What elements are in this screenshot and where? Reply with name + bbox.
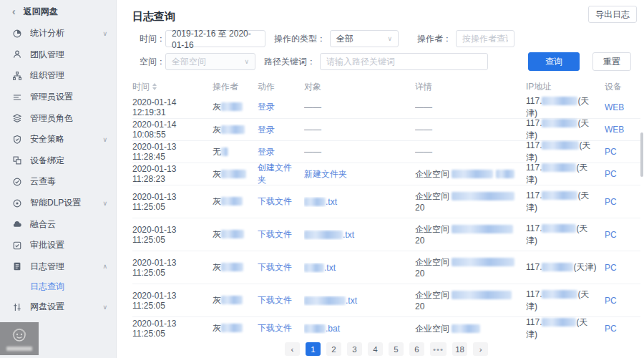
cell-object[interactable]: .txt <box>304 263 415 273</box>
pagination-page-5[interactable]: 5 <box>389 342 404 356</box>
cell-operator: 灰 <box>213 124 258 136</box>
sidebar-item-security-policy[interactable]: 安全策略∨ <box>0 129 116 150</box>
cell-detail: 企业空间 20 <box>415 256 526 279</box>
cell-time: 2020-01-13 11:25:05 <box>132 258 213 278</box>
sidebar-item-netdisk-settings[interactable]: 网盘设置∨ <box>0 296 116 318</box>
table-row: 2020-01-13 11:25:05灰下载文件.txt企业空间 20117.(… <box>132 185 640 218</box>
column-header: 对象 <box>304 81 415 93</box>
pagination-prev-button[interactable]: ‹ <box>285 342 300 356</box>
pagination-ellipsis[interactable]: ••• <box>430 342 447 356</box>
pagination-page-18[interactable]: 18 <box>452 342 467 356</box>
back-to-netdisk[interactable]: ‹ 返回网盘 <box>0 0 116 23</box>
query-button[interactable]: 查询 <box>528 52 580 71</box>
cell-ip: 117.(天津) <box>526 95 605 120</box>
cell-time: 2020-01-13 11:28:45 <box>132 142 213 162</box>
column-header: 操作者 <box>213 81 258 93</box>
sidebar-item-label: 组织管理 <box>30 69 107 82</box>
pagination-page-1[interactable]: 1 <box>306 342 321 356</box>
sidebar-item-admin-roles[interactable]: 管理员角色 <box>0 107 116 129</box>
approval-icon <box>12 241 22 251</box>
cell-action-link[interactable]: 下载文件 <box>258 322 304 334</box>
pagination-page-3[interactable]: 3 <box>347 342 362 356</box>
cell-action-link[interactable]: 下载文件 <box>258 261 304 274</box>
cell-operator: 无 <box>213 146 258 158</box>
chevron-down-icon: ∨ <box>102 200 107 207</box>
target-icon <box>12 198 22 208</box>
cell-object[interactable]: .txt <box>304 197 415 207</box>
pagination-page-2[interactable]: 2 <box>326 342 341 356</box>
operator-input[interactable] <box>462 34 508 44</box>
space-select[interactable]: 全部空间 ∨ <box>165 53 255 70</box>
filter-panel: 时间： 2019-12-16 至 2020-01-16 操作的类型： 全部 ∨ … <box>132 27 637 73</box>
cell-operator: 灰 <box>213 294 258 306</box>
cell-action-link[interactable]: 下载文件 <box>258 228 304 241</box>
cell-object[interactable]: .bat <box>304 324 415 334</box>
sliders-icon <box>12 302 22 312</box>
sidebar-item-approval-settings[interactable]: 审批设置 <box>0 235 116 256</box>
cell-object[interactable]: .txt <box>304 296 415 306</box>
table-row: 2020-01-13 11:25:05灰下载文件.txt企业空间 20117.(… <box>132 251 640 284</box>
cell-ip: 117.(天津) <box>526 162 605 186</box>
export-log-button[interactable]: 导出日志 <box>588 6 637 23</box>
cloud-icon <box>12 219 22 229</box>
redacted-text <box>542 191 577 200</box>
pagination-next-button[interactable]: › <box>473 342 488 356</box>
redacted-text <box>304 198 326 206</box>
sidebar-item-org-management[interactable]: 组织管理 <box>0 65 116 87</box>
path-keyword-input-wrap <box>320 53 488 70</box>
sidebar-item-smart-dlp[interactable]: 智能DLP设置∨ <box>0 193 116 214</box>
sort-icon[interactable] <box>152 83 157 90</box>
redacted-text <box>452 225 513 233</box>
chevron-up-icon: ∧ <box>102 263 107 270</box>
redacted-text <box>221 102 243 111</box>
operation-type-label: 操作的类型： <box>265 33 326 45</box>
sidebar-item-log-management[interactable]: 日志管理∧ <box>0 256 116 278</box>
sidebar-item-admin-settings[interactable]: 管理员设置 <box>0 87 116 108</box>
column-header[interactable]: 时间 <box>132 81 213 93</box>
reset-button[interactable]: 重置 <box>592 52 631 71</box>
back-label: 返回网盘 <box>24 6 58 18</box>
redacted-text <box>304 263 324 272</box>
cell-time: 2020-01-14 12:19:31 <box>132 97 213 117</box>
operation-type-select[interactable]: 全部 ∨ <box>330 30 399 47</box>
cell-operator: 灰 <box>213 228 258 241</box>
cell-action-link[interactable]: 下载文件 <box>258 195 304 208</box>
cell-action-link[interactable]: 创建文件夹 <box>258 162 304 186</box>
path-keyword-input[interactable] <box>326 57 482 67</box>
chevron-down-icon: ∨ <box>387 35 392 42</box>
shield-icon <box>12 135 22 145</box>
sidebar-item-stats-analysis[interactable]: 统计分析∨ <box>0 23 116 44</box>
sidebar-item-device-binding[interactable]: 设备绑定 <box>0 150 116 172</box>
sidebar-subitem-log-query[interactable]: 日志查询 <box>0 277 116 296</box>
cell-detail: 企业空间 20 <box>415 289 526 312</box>
cell-detail: —— <box>415 146 526 158</box>
sidebar-item-label: 统计分析 <box>30 27 102 39</box>
pagination-page-6[interactable]: 6 <box>409 342 424 356</box>
redacted-text <box>452 258 514 266</box>
cell-action-link[interactable]: 登录 <box>258 101 304 113</box>
pagination-page-4[interactable]: 4 <box>368 342 383 356</box>
cell-object[interactable]: .txt <box>304 230 415 240</box>
page-title: 日志查询 <box>132 9 175 24</box>
redacted-text <box>496 170 514 178</box>
cell-device: PC <box>605 263 640 273</box>
cell-action-link[interactable]: 登录 <box>258 146 304 158</box>
cell-action-link[interactable]: 登录 <box>258 124 304 136</box>
cell-object: —— <box>304 102 415 112</box>
cell-ip: 117.(天津) <box>526 140 605 164</box>
sidebar-item-fusion-cloud[interactable]: 融合云 <box>0 213 116 235</box>
cell-object[interactable]: 新建文件夹 <box>304 168 415 180</box>
sidebar-item-label: 智能DLP设置 <box>30 197 102 209</box>
sidebar-item-cloud-antivirus[interactable]: 云查毒 <box>0 171 116 193</box>
sidebar-item-team-management[interactable]: 团队管理 <box>0 44 116 66</box>
cell-action-link[interactable]: 下载文件 <box>258 294 304 306</box>
org-tree-icon <box>12 71 22 81</box>
column-header: 详情 <box>415 81 526 93</box>
redacted-text <box>542 263 573 271</box>
cell-detail: 企业空间 <box>415 168 526 180</box>
watermark-text-blur <box>6 347 32 351</box>
vertical-scrollbar-thumb[interactable] <box>640 132 643 177</box>
date-range-input[interactable]: 2019-12-16 至 2020-01-16 <box>165 30 265 47</box>
redacted-text <box>452 170 493 178</box>
cell-device: PC <box>605 324 640 334</box>
